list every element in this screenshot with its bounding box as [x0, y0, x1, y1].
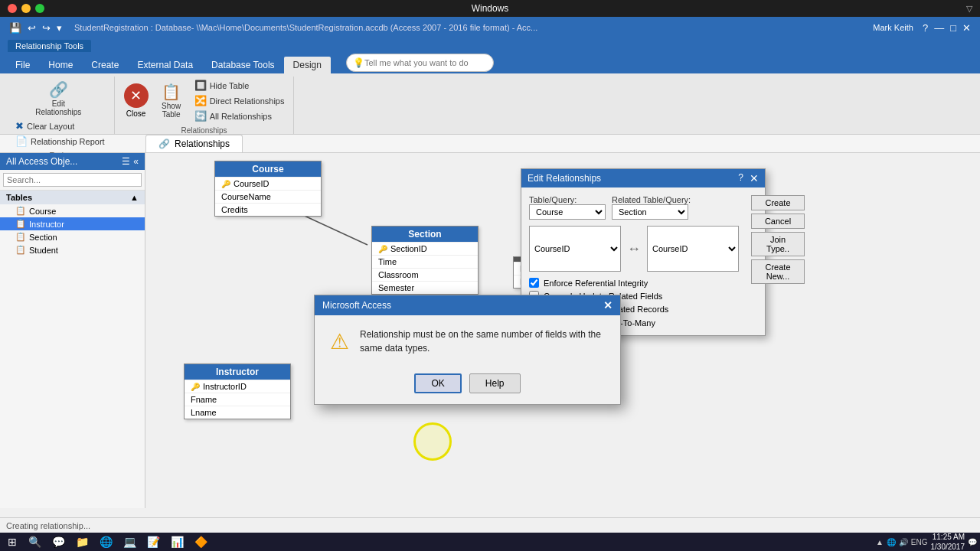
dialog-close-btn[interactable]: ✕ — [750, 172, 759, 184]
sidebar-menu-icon[interactable]: ☰ — [122, 156, 130, 167]
relationship-report-icon: 📄 — [15, 135, 28, 147]
related-table-select[interactable]: Section — [612, 204, 688, 220]
dropdown-icon[interactable]: ▾ — [54, 21, 65, 35]
save-icon[interactable]: 💾 — [6, 21, 24, 35]
direct-relationships-btn[interactable]: 🔀 Direct Relationships — [191, 93, 288, 108]
tell-me-box[interactable]: 💡 — [346, 54, 494, 72]
table-icon-3: 📋 — [15, 232, 26, 242]
ms-dialog-content: ⚠ Relationship must be on the same numbe… — [315, 315, 620, 367]
minimize-window-btn[interactable] — [21, 4, 31, 13]
dialog-action-buttons: Create Cancel Join Type.. Create New... — [751, 195, 805, 284]
section-id-field: SectionID — [390, 244, 427, 253]
task-view-btn[interactable]: 💬 — [48, 534, 69, 549]
right-field-list[interactable]: CourseID — [647, 226, 739, 272]
all-relationships-btn[interactable]: 🔄 All Relationships — [191, 109, 288, 123]
sidebar-search[interactable] — [0, 170, 145, 191]
window-controls[interactable] — [8, 4, 44, 13]
show-table-btn[interactable]: 📋 ShowTable — [155, 80, 188, 121]
all-rel-label: All Relationships — [210, 112, 272, 121]
tray-lang: ENG — [911, 538, 928, 546]
instructor-table[interactable]: Instructor 🔑 InstructorID Fname Lname — [184, 364, 291, 419]
instructor-table-header: Instructor — [185, 364, 290, 380]
dialog-help-btn[interactable]: ? — [738, 172, 743, 184]
help-icon[interactable]: ? — [920, 21, 931, 35]
create-btn[interactable]: Create — [751, 195, 805, 210]
tools-tab-label[interactable]: Relationship Tools — [8, 40, 91, 52]
all-rel-icon: 🔄 — [194, 110, 207, 122]
start-button[interactable]: ⊞ — [3, 536, 21, 548]
relationships-doc-tab[interactable]: 🔗 Relationships — [145, 135, 243, 152]
redo-icon[interactable]: ↪ — [39, 21, 54, 35]
create-new-btn[interactable]: Create New... — [751, 259, 805, 284]
join-type-btn[interactable]: Join Type.. — [751, 232, 805, 256]
section-classroom-field: Classroom — [378, 270, 419, 279]
close-relationships-btn[interactable]: ✕ Close — [121, 80, 152, 121]
tables-section-header[interactable]: Tables ▲ — [0, 191, 145, 204]
search-taskbar-btn[interactable]: 🔍 — [24, 534, 45, 549]
menu-tabs: File Home Create External Data Database … — [0, 54, 980, 73]
show-table-icon: 📋 — [162, 83, 181, 101]
sidebar-item-course[interactable]: 📋 Course — [0, 204, 145, 217]
tab-file[interactable]: File — [6, 57, 39, 73]
main-layout: All Access Obje... ☰ « Tables ▲ 📋 Course… — [0, 153, 980, 508]
enforce-ri-checkbox[interactable] — [529, 278, 539, 288]
maximize-window-btn[interactable] — [35, 4, 44, 13]
file-explorer-btn[interactable]: 📁 — [72, 534, 93, 549]
ms-dialog-title: Microsoft Access — [322, 300, 391, 311]
title-arrow-icon: ▽ — [966, 4, 972, 14]
canvas-area[interactable]: Course 🔑 CourseID CourseName Credits Sec… — [145, 153, 980, 508]
ms-dialog-footer: OK Help — [315, 367, 620, 404]
close-app-icon[interactable]: ✕ — [959, 21, 974, 35]
vs-btn[interactable]: 💻 — [119, 534, 140, 549]
hide-table-btn[interactable]: 🔲 Hide Table — [191, 78, 288, 93]
tables-expand-icon[interactable]: ▲ — [130, 193, 139, 202]
sidebar-item-instructor[interactable]: 📋 Instructor — [0, 217, 145, 230]
ok-btn[interactable]: OK — [414, 373, 461, 393]
excel-btn[interactable]: 📊 — [167, 534, 188, 549]
minimize-ribbon-icon[interactable]: — — [931, 21, 947, 35]
tab-database-tools[interactable]: Database Tools — [202, 57, 284, 73]
course-table[interactable]: Course 🔑 CourseID CourseName Credits — [214, 161, 322, 217]
tray-network-icon[interactable]: 🌐 — [887, 538, 896, 546]
relationship-report-btn[interactable]: 📄 Relationship Report — [12, 134, 108, 148]
left-field-list[interactable]: CourseID — [529, 226, 621, 272]
sidebar-instructor-label: Instructor — [29, 220, 64, 229]
app1-btn[interactable]: 📝 — [143, 534, 164, 549]
window-title: Windows — [472, 3, 509, 14]
ribbon-top-bar: 💾 ↩ ↪ ▾ StudentRegistration : Database- … — [0, 17, 980, 38]
section-row-time: Time — [372, 255, 478, 268]
notification-icon[interactable]: 💬 — [968, 538, 977, 546]
tray-volume-icon[interactable]: 🔊 — [899, 538, 908, 546]
sidebar-collapse-icon[interactable]: « — [133, 156, 139, 167]
clear-layout-btn[interactable]: ✖ Clear Layout — [12, 119, 108, 133]
ribbon-rel-small: 🔲 Hide Table 🔀 Direct Relationships 🔄 Al… — [191, 78, 288, 123]
section-table[interactable]: Section 🔑 SectionID Time Classroom Semes… — [371, 226, 479, 295]
restore-icon[interactable]: □ — [947, 21, 959, 35]
cancel-btn[interactable]: Cancel — [751, 214, 805, 229]
course-row-name: CourseName — [215, 190, 321, 203]
instructor-row-fname: Fname — [185, 393, 290, 406]
tray-up-icon[interactable]: ▲ — [876, 538, 884, 546]
key-icon-section: 🔑 — [378, 245, 387, 253]
edit-relationships-btn[interactable]: 🔗 EditRelationships — [31, 78, 85, 119]
help-btn[interactable]: Help — [469, 373, 521, 393]
sidebar-item-student[interactable]: 📋 Student — [0, 243, 145, 256]
tell-me-input[interactable] — [364, 58, 487, 67]
ms-dialog-close-btn[interactable]: ✕ — [603, 299, 612, 311]
undo-icon[interactable]: ↩ — [24, 21, 39, 35]
key-icon-course: 🔑 — [221, 180, 230, 188]
instructor-row-lname: Lname — [185, 406, 290, 419]
browser-btn[interactable]: 🌐 — [96, 534, 116, 549]
taskbar-time[interactable]: 11:25 AM 1/30/2017 — [931, 532, 965, 551]
course-row-id: 🔑 CourseID — [215, 177, 321, 190]
title-bar-right: ▽ — [966, 4, 972, 14]
search-input[interactable] — [3, 173, 142, 187]
close-window-btn[interactable] — [8, 4, 17, 13]
access-btn[interactable]: 🔶 — [191, 534, 211, 549]
tab-create[interactable]: Create — [82, 57, 128, 73]
sidebar-item-section[interactable]: 📋 Section — [0, 230, 145, 243]
tab-external-data[interactable]: External Data — [128, 57, 202, 73]
table-query-select[interactable]: Course — [529, 204, 606, 220]
tab-design[interactable]: Design — [284, 57, 331, 73]
tab-home[interactable]: Home — [39, 57, 82, 73]
